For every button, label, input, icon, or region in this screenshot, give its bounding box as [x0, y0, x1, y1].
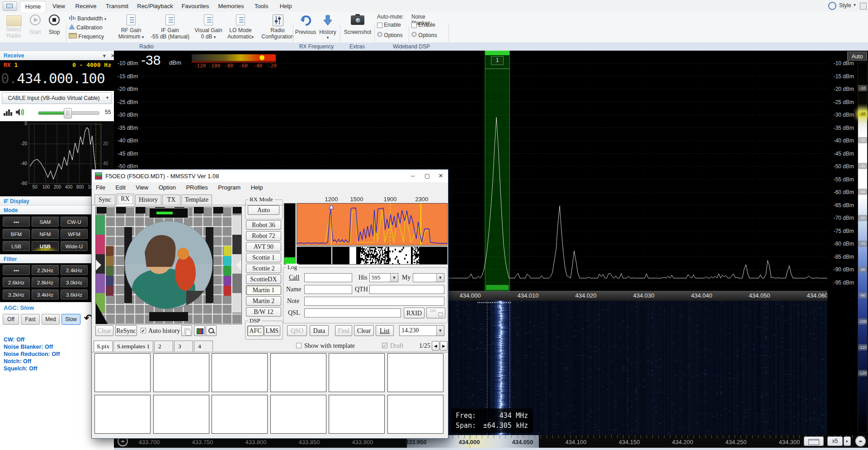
status-noise-blanker[interactable]: Noise Blanker: Off	[4, 344, 53, 350]
menu-option[interactable]: Option	[155, 182, 180, 193]
equalizer-icon[interactable]	[4, 109, 13, 116]
legend-level-chip[interactable]: -60	[858, 215, 867, 221]
qso-button[interactable]: QSO	[287, 325, 307, 336]
tab-rx[interactable]: RX	[116, 194, 134, 205]
chevron-down-icon[interactable]: ▼	[436, 274, 444, 282]
volume-slider-handle[interactable]	[64, 108, 72, 118]
rxid-button[interactable]: RXID	[404, 308, 425, 318]
ribbon-tab-tools[interactable]: Tools	[250, 1, 273, 12]
rx-mode-scottiedx[interactable]: ScottieDX	[246, 275, 281, 284]
picture-button[interactable]	[194, 325, 205, 336]
his-select[interactable]: 595▼	[369, 273, 398, 282]
ribbon-tab-home[interactable]: Home	[20, 1, 46, 12]
auto-mute-options-button[interactable]: Options	[377, 32, 403, 38]
log-frequency-select[interactable]: 14.230▼	[399, 325, 444, 336]
noise-blanker-enable-checkbox[interactable]: Enable	[411, 22, 435, 28]
lms-button[interactable]: LMS	[264, 326, 280, 336]
template-thumbnail[interactable]	[212, 395, 268, 434]
calibration-menu[interactable]: Calibration	[69, 24, 103, 32]
filter-button-2-4[interactable]: 2.4kHz	[61, 265, 88, 275]
tab-stemplates2[interactable]: 2	[154, 341, 173, 351]
status-noise-reduction[interactable]: Noise Reduction: Off	[4, 351, 60, 357]
menu-view[interactable]: View	[132, 182, 152, 193]
select-radio-button[interactable]: SelectRadio	[3, 14, 24, 42]
legend-level-chip[interactable]: -30	[858, 137, 867, 143]
zoom-level-button[interactable]: x5	[827, 436, 843, 446]
legend-level-chip[interactable]: -100	[858, 318, 867, 325]
rx-mode-auto-button[interactable]: Auto	[248, 205, 279, 215]
menu-help[interactable]: Help	[247, 182, 267, 193]
mode-button-bfm[interactable]: BFM	[3, 229, 30, 239]
filter-button-3-6[interactable]: 3.6kHz	[61, 289, 88, 299]
abc-button[interactable]: ABC	[426, 308, 445, 318]
menu-profiles[interactable]: PRofiles	[182, 182, 212, 193]
pan-right-button[interactable]: ◂▸	[855, 436, 866, 446]
tab-history[interactable]: History	[135, 194, 161, 205]
screenshot-button[interactable]: Screenshot	[343, 14, 373, 42]
template-thumbnail[interactable]	[270, 353, 326, 392]
prev-page-button[interactable]: ◀	[432, 341, 439, 351]
waterfall-color-legend[interactable]: -10-20-30-40-50-60-70-80-90-100-110-120	[858, 51, 868, 435]
pin-window-icon[interactable]	[860, 3, 867, 9]
tab-tx[interactable]: TX	[162, 194, 180, 205]
ribbon-tab-favourites[interactable]: Favourites	[178, 1, 212, 12]
image-clear-button[interactable]: Clear	[95, 325, 113, 336]
mode-button-wideu[interactable]: Wide-U	[61, 241, 88, 251]
agc-label[interactable]: AGC: Slow	[4, 304, 34, 311]
rx-mode-bw12[interactable]: B/W 12	[246, 307, 281, 317]
ribbon-tab-transmit[interactable]: Transmit	[102, 1, 132, 12]
menu-file[interactable]: File	[92, 182, 109, 193]
template-thumbnail[interactable]	[270, 395, 326, 434]
afc-button[interactable]: AFC	[247, 326, 264, 336]
speaker-icon[interactable]	[15, 108, 26, 117]
ribbon-tab-view[interactable]: View	[48, 1, 70, 12]
tab-stemplates3[interactable]: 3	[174, 341, 193, 351]
legend-level-chip[interactable]: -120	[858, 370, 867, 376]
resync-button[interactable]: ReSync	[115, 325, 137, 336]
filter-button-2-8[interactable]: 2.8kHz	[32, 277, 59, 287]
tab-stemplates1[interactable]: S.templates 1	[113, 341, 153, 351]
template-thumbnail[interactable]	[94, 395, 151, 434]
audio-device-select[interactable]: CABLE Input (VB-Audio Virtual Cable) ▾	[2, 92, 112, 104]
name-input[interactable]	[304, 285, 352, 294]
tab-template[interactable]: Template	[181, 194, 212, 205]
mode-button-lsb[interactable]: LSB	[3, 241, 30, 251]
status-notch[interactable]: Notch: Off	[4, 358, 31, 365]
tab-sync[interactable]: Sync	[94, 194, 115, 205]
previous-frequency-button[interactable]: Previous	[295, 14, 316, 42]
rx-mode-avt90[interactable]: AVT 90	[246, 242, 281, 251]
rx-mode-robot36[interactable]: Robot 36	[246, 220, 281, 230]
qth-input[interactable]	[369, 285, 444, 294]
template-thumbnail[interactable]	[329, 395, 385, 434]
template-thumbnail[interactable]	[212, 353, 268, 392]
template-thumbnail[interactable]	[94, 353, 151, 392]
mmsstv-titlebar[interactable]: F5OEO (F5OEO.MDT) - MMSSTV Ver 1.08 ─ ▢ …	[92, 170, 448, 183]
style-menu[interactable]: Style	[839, 2, 851, 9]
rx-mode-martin2[interactable]: Martin 2	[246, 296, 281, 306]
agc-button-fast[interactable]: Fast	[21, 314, 40, 325]
mode-button-wfm[interactable]: WFM	[61, 229, 88, 239]
menu-edit[interactable]: Edit	[111, 182, 129, 193]
filter-button-3-0[interactable]: 3.0kHz	[61, 277, 88, 287]
status-squelch[interactable]: Squelch: Off	[4, 365, 37, 372]
show-with-template-checkbox[interactable]	[296, 343, 302, 348]
legend-level-chip[interactable]: -20	[858, 111, 867, 117]
template-thumbnail[interactable]	[387, 353, 443, 392]
lo-mode-dropdown[interactable]: LO Mode Automatic▾	[225, 14, 256, 42]
legend-level-chip[interactable]: -40	[858, 163, 867, 169]
ribbon-tab-help[interactable]: Help	[275, 1, 297, 12]
auto-scale-button[interactable]: Auto	[847, 52, 867, 61]
zoom-expand-button[interactable]: ▸	[844, 436, 851, 446]
ribbon-tab-receive[interactable]: Receive	[71, 1, 100, 12]
frequency-display[interactable]: RX 1 0 - 4000 Hz 0.434.000.100	[0, 60, 114, 91]
rx-mode-martin1[interactable]: Martin 1	[246, 285, 281, 295]
list-button[interactable]: List	[376, 325, 394, 336]
find-button[interactable]: Find	[335, 325, 352, 336]
history-dropdown[interactable]: History ▾	[317, 14, 338, 42]
rx-mode-scottie1[interactable]: Scottie 1	[246, 253, 281, 262]
sstv-received-image[interactable]	[95, 207, 242, 324]
agc-button-slow[interactable]: Slow	[61, 314, 80, 325]
mode-button-nfm[interactable]: NFM	[32, 229, 59, 239]
maximize-button[interactable]: ▢	[420, 170, 434, 182]
next-page-button[interactable]: ▶	[440, 341, 448, 351]
